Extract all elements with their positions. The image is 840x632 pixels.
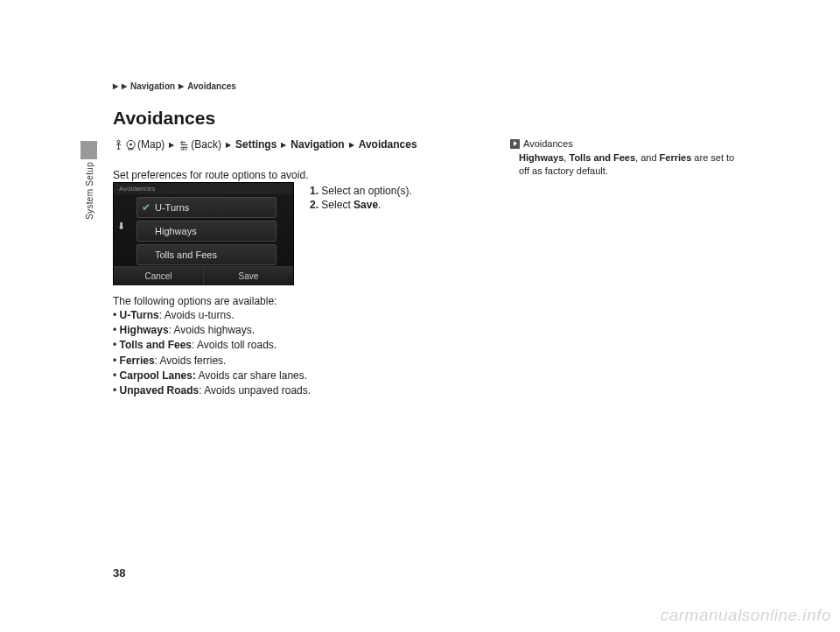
nav-arrow-icon: ▶ [281,141,286,149]
nav-step: Navigation [290,138,344,151]
step-item: 1. Select an option(s). [310,184,412,198]
check-icon: ✔ [137,201,155,214]
option-name: Carpool Lanes: [120,369,196,382]
page-title: Avoidances [113,108,215,129]
nav-text: (Map) [137,138,164,151]
cancel-button: Cancel [114,267,204,285]
breadcrumb: ▶ ▶ Navigation ▶ Avoidances [113,81,236,91]
watermark: carmanualsonline.info [661,606,831,625]
option-row: Tolls and Fees [136,244,276,265]
list-item: Unpaved Roads: Avoids unpaved roads. [113,383,311,397]
option-desc: : Avoids toll roads. [192,339,276,351]
nav-text: (Back) [191,138,221,151]
option-name: Ferries [120,355,155,367]
step-text: . [378,199,381,211]
svg-point-2 [130,143,132,145]
option-desc: Avoids car share lanes. [196,369,307,382]
screenshot-header: Avoidances [114,183,293,194]
intro-text: Set preferences for route options to avo… [113,169,308,181]
nav-step: Settings [235,138,276,151]
note-header: Avoidances [510,138,746,149]
option-label: U-Turns [155,202,189,213]
note-body: Highways, Tolls and Fees, and Ferries ar… [510,151,746,178]
nav-arrow-icon: ▶ [169,141,174,149]
list-item: U-Turns: Avoids u-turns. [113,308,311,322]
list-item: Highways: Avoids highways. [113,323,311,337]
breadcrumb-arrow-icon: ▶ [122,82,127,90]
options-list: U-Turns: Avoids u-turns. Highways: Avoid… [113,308,311,398]
option-name: Unpaved Roads [120,384,200,397]
navigation-path: MAP (Map) ▶ BACK (Back) ▶ Settings ▶ Nav… [113,138,417,151]
options-intro: The following options are available: [113,295,276,307]
option-desc: : Avoids ferries. [155,355,227,367]
step-number: 1. [310,185,318,197]
option-row: ✔ U-Turns [136,197,276,218]
manual-page: ▶ ▶ Navigation ▶ Avoidances Avoidances S… [0,0,840,632]
section-tab-marker [80,141,97,159]
nav-arrow-icon: ▶ [226,141,231,149]
nav-step: Avoidances [359,138,417,151]
page-number: 38 [113,566,125,579]
option-desc: : Avoids unpaved roads. [199,384,311,397]
list-item: Tolls and Fees: Avoids toll roads. [113,338,311,352]
scroll-down-icon: ⬇ [117,221,125,232]
step-text: Select an option(s). [321,185,411,197]
svg-point-0 [117,140,120,143]
option-label: Tolls and Fees [155,249,217,260]
section-label: System Setup [85,162,94,220]
list-item: Ferries: Avoids ferries. [113,354,311,368]
option-row: Highways [136,221,276,242]
breadcrumb-arrow-icon: ▶ [113,82,118,90]
step-item: 2. Select Save. [310,198,412,212]
screenshot-body: ⬇ ✔ U-Turns Highways Tolls and Fees [114,194,293,266]
breadcrumb-arrow-icon: ▶ [178,82,184,90]
note-bold: Highways [519,152,564,163]
back-button-icon: BACK [178,139,190,151]
map-button-icon: MAP [125,139,136,151]
push-icon [113,139,124,151]
step-text-bold: Save [354,199,378,211]
option-desc: : Avoids u-turns. [159,309,234,321]
option-name: U-Turns [120,309,159,321]
scroll-indicator: ⬇ [117,221,125,232]
step-text: Select [321,199,350,211]
option-name: Highways [120,324,169,336]
nav-arrow-icon: ▶ [349,141,354,149]
option-name: Tolls and Fees [120,339,192,351]
save-button: Save [204,267,293,285]
note-title: Avoidances [523,138,573,149]
note-bold: Ferries [660,152,692,163]
option-desc: : Avoids highways. [169,324,256,336]
note-text: , and [635,152,660,163]
step-list: 1. Select an option(s). 2. Select Save. [310,184,412,212]
list-item: Carpool Lanes: Avoids car share lanes. [113,369,311,383]
side-note: Avoidances Highways, Tolls and Fees, and… [510,138,746,178]
svg-text:MAP: MAP [128,147,134,150]
breadcrumb-item: Navigation [130,81,175,91]
note-icon [510,139,520,149]
device-screenshot: Avoidances ⬇ ✔ U-Turns Highways Tolls an… [113,182,294,285]
breadcrumb-item: Avoidances [187,81,236,91]
step-number: 2. [310,199,318,211]
option-label: Highways [155,226,197,236]
svg-text:BACK: BACK [181,148,188,151]
note-bold: Tolls and Fees [569,152,635,163]
screenshot-footer: Cancel Save [114,266,293,285]
